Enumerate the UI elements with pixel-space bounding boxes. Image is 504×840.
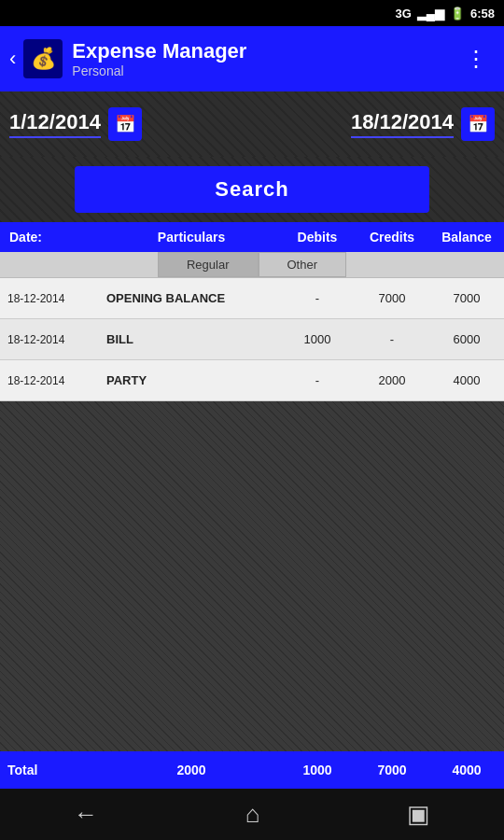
search-button[interactable]: Search	[75, 166, 429, 213]
signal-icon: ▂▄▆	[417, 7, 444, 21]
col-balance: Balance	[429, 230, 504, 245]
table-row: 18-12-2014 PARTY - 2000 4000	[0, 360, 504, 401]
totals-bar: Total 2000 1000 7000 4000	[0, 751, 504, 789]
row3-debits: -	[280, 368, 355, 393]
row3-credits: 2000	[355, 368, 429, 393]
navigation-bar: ← ⌂ ▣	[0, 789, 504, 840]
transactions-table: Date: Particulars Debits Credits Balance…	[0, 222, 504, 401]
filter-regular-button[interactable]: Regular	[158, 252, 259, 277]
total-debits: 1000	[280, 763, 355, 777]
app-header: ‹ 💰 Expense Manager Personal ⋮	[0, 26, 504, 91]
end-calendar-button[interactable]: 📅	[461, 107, 495, 141]
table-header-row: Date: Particulars Debits Credits Balance	[0, 222, 504, 252]
search-section: Search	[0, 157, 504, 222]
start-date-container: 1/12/2014 📅	[9, 107, 142, 141]
col-credits: Credits	[355, 230, 429, 245]
end-date: 18/12/2014	[351, 110, 454, 138]
header-titles: Expense Manager Personal	[72, 39, 457, 78]
network-indicator: 3G	[395, 7, 411, 21]
time-display: 6:58	[470, 7, 495, 21]
date-range-section: 1/12/2014 📅 18/12/2014 📅	[0, 91, 504, 157]
row2-credits: -	[355, 327, 429, 352]
total-balance: 4000	[429, 763, 504, 777]
col-debits: Debits	[280, 230, 355, 245]
total-label: Total	[0, 763, 103, 777]
col-particulars: Particulars	[103, 230, 280, 245]
row2-particulars: BILL	[103, 327, 280, 352]
row2-debits: 1000	[280, 327, 355, 352]
filter-other-button[interactable]: Other	[259, 252, 347, 277]
table-row: 18-12-2014 OPENING BALANCE - 7000 7000	[0, 278, 504, 319]
start-date: 1/12/2014	[9, 110, 101, 138]
row2-balance: 6000	[429, 327, 504, 352]
nav-back-icon[interactable]: ←	[51, 792, 120, 836]
row3-particulars: PARTY	[103, 368, 280, 393]
end-date-container: 18/12/2014 📅	[351, 107, 495, 141]
row1-debits: -	[280, 286, 355, 311]
overflow-menu-icon[interactable]: ⋮	[457, 42, 495, 76]
app-logo: 💰	[23, 39, 63, 78]
total-particulars: 2000	[103, 763, 280, 777]
row3-balance: 4000	[429, 368, 504, 393]
row1-credits: 7000	[355, 286, 429, 311]
status-bar: 3G ▂▄▆ 🔋 6:58	[0, 0, 504, 26]
app-logo-icon: 💰	[31, 47, 56, 71]
back-icon[interactable]: ‹	[9, 47, 16, 71]
filter-row: Regular Other	[0, 252, 504, 278]
table-row: 18-12-2014 BILL 1000 - 6000	[0, 319, 504, 360]
start-calendar-button[interactable]: 📅	[108, 107, 142, 141]
battery-icon: 🔋	[450, 7, 465, 21]
col-date: Date:	[0, 230, 103, 245]
total-credits: 7000	[355, 763, 429, 777]
nav-recent-icon[interactable]: ▣	[385, 792, 453, 836]
app-subtitle: Personal	[72, 63, 457, 78]
app-title: Expense Manager	[72, 39, 457, 63]
nav-home-icon[interactable]: ⌂	[223, 792, 283, 836]
row2-date: 18-12-2014	[0, 328, 103, 352]
row3-date: 18-12-2014	[0, 369, 103, 393]
empty-content-area	[0, 401, 504, 775]
row1-balance: 7000	[429, 286, 504, 311]
row1-particulars: OPENING BALANCE	[103, 286, 280, 311]
row1-date: 18-12-2014	[0, 287, 103, 311]
